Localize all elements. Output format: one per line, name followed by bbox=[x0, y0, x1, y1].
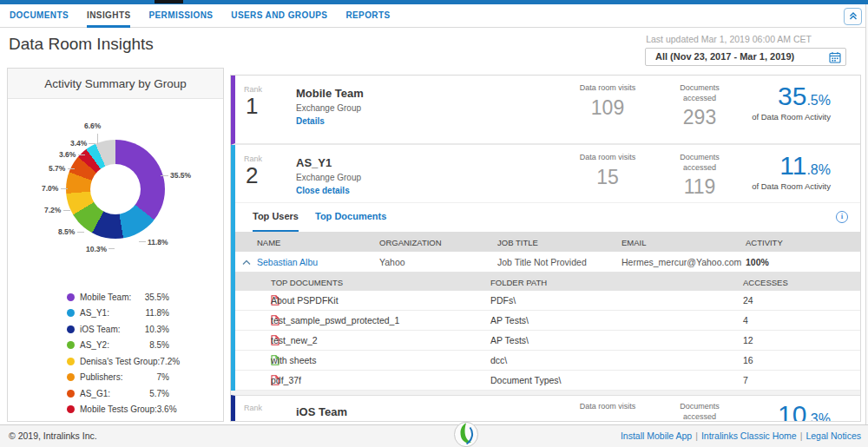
folder-path: PDFs\ bbox=[490, 295, 516, 306]
pie-leader-line bbox=[108, 248, 115, 249]
visits-label: Data room visits bbox=[572, 83, 643, 94]
collapse-panel-button[interactable] bbox=[844, 8, 862, 25]
pie-label: 7.0% bbox=[42, 184, 58, 193]
document-row[interactable]: test_new_2 AP Tests\ 12 bbox=[235, 331, 860, 351]
legend-item: Publishers:7% bbox=[67, 370, 169, 386]
user-row: Sebastian Albu Yahoo Job Title Not Provi… bbox=[235, 252, 860, 273]
documents-value: 119 bbox=[664, 175, 735, 199]
pie-leader-line bbox=[97, 134, 98, 144]
document-row[interactable]: pdf_37f Document Types\ 7 bbox=[235, 371, 860, 391]
legal-notices-link[interactable]: Legal Notices bbox=[806, 431, 861, 441]
pie-label: 10.3% bbox=[86, 245, 107, 253]
legend-item: Denisa's Test Group:7.2% bbox=[67, 353, 169, 370]
chevron-double-up-icon bbox=[848, 9, 858, 24]
rank-2-expanded-group: Rank 2 AS_Y1 Exchange Group Close detail… bbox=[231, 145, 860, 391]
user-name-link[interactable]: Sebastian Albu bbox=[257, 257, 318, 267]
main-nav: DOCUMENTS INSIGHTS PERMISSIONS USERS AND… bbox=[0, 4, 868, 28]
date-range-value: All (Nov 23, 2017 - Mar 1, 2019) bbox=[655, 51, 794, 62]
rank-block: Rank 1 bbox=[244, 85, 262, 119]
nav-tab-documents[interactable]: DOCUMENTS bbox=[10, 4, 69, 28]
pie-label: 11.8% bbox=[148, 238, 168, 247]
documents-table-header: TOP DOCUMENTS FOLDER PATH ACCESSES bbox=[235, 273, 860, 291]
documents-label: Documents accessed bbox=[664, 402, 735, 422]
pie-label: 5.7% bbox=[49, 164, 65, 173]
documents-value: 293 bbox=[664, 106, 735, 129]
pie-label: 3.4% bbox=[70, 139, 87, 148]
intralinks-classic-home-link[interactable]: Intralinks Classic Home bbox=[701, 431, 797, 441]
group-name: iOS Team bbox=[296, 405, 347, 418]
legend-dot bbox=[67, 405, 75, 413]
user-activity: 100% bbox=[746, 257, 769, 267]
activity-percent: 10.3% bbox=[778, 400, 831, 422]
document-row[interactable]: About PSPDFKit PDFs\ 24 bbox=[235, 291, 860, 311]
copyright-text: © 2019, Intralinks Inc. bbox=[9, 425, 97, 447]
activity-summary-title: Activity Summary by Group bbox=[8, 69, 223, 99]
documents-label: Documents accessed bbox=[664, 153, 735, 173]
last-updated-text: Last updated Mar 1, 2019 06:00 AM CET bbox=[646, 34, 812, 44]
intralinks-logo bbox=[453, 421, 479, 447]
visits-value: 15 bbox=[572, 166, 643, 189]
accesses-count: 4 bbox=[743, 315, 748, 325]
document-row[interactable]: test_sample_pswd_protected_1 AP Tests\ 4 bbox=[235, 311, 860, 331]
date-range-selector[interactable]: All (Nov 23, 2017 - Mar 1, 2019) bbox=[645, 48, 846, 66]
nav-tab-insights[interactable]: INSIGHTS bbox=[87, 4, 130, 28]
nav-tab-permissions[interactable]: PERMISSIONS bbox=[148, 4, 213, 28]
document-name[interactable]: About PSPDFKit bbox=[271, 295, 339, 306]
user-job-title: Job Title Not Provided bbox=[497, 257, 587, 267]
pie-leader-line bbox=[89, 143, 95, 144]
documents-label: Documents accessed bbox=[664, 83, 735, 103]
tab-top-users[interactable]: Top Users bbox=[253, 203, 299, 233]
info-icon[interactable]: i bbox=[836, 211, 848, 223]
folder-path: AP Tests\ bbox=[490, 335, 529, 345]
folder-path: Document Types\ bbox=[490, 375, 562, 385]
pie-leader-line bbox=[61, 188, 68, 189]
nav-tab-reports[interactable]: REPORTS bbox=[345, 4, 390, 28]
group-insights-panel: Rank 1 Mobile Team Exchange Group Detail… bbox=[230, 75, 861, 422]
pie-label: 6.6% bbox=[84, 122, 101, 130]
calendar-icon[interactable] bbox=[829, 51, 841, 69]
page-title: Data Room Insights bbox=[9, 35, 154, 54]
legend-dot bbox=[67, 325, 75, 333]
legend-item: AS_Y2:8.5% bbox=[67, 338, 169, 354]
legend-item: Mobile Team:35.5% bbox=[67, 289, 169, 306]
page-header: Data Room Insights Last updated Mar 1, 2… bbox=[0, 28, 868, 68]
details-tabs: Top Users Top Documents i bbox=[235, 203, 860, 232]
activity-summary-panel: Activity Summary by Group 6.6% 3.4% 3.6%… bbox=[7, 68, 224, 422]
activity-percent: 11.8% of Data Room Activity bbox=[752, 151, 831, 191]
visits-label: Data room visits bbox=[572, 402, 643, 412]
close-details-link[interactable]: Close details bbox=[296, 186, 361, 195]
rank-card-as-y1: Rank 2 AS_Y1 Exchange Group Close detail… bbox=[235, 145, 860, 203]
document-name[interactable]: with sheets bbox=[271, 355, 317, 365]
group-type: Exchange Group bbox=[296, 103, 364, 113]
pie-leader-line bbox=[68, 168, 75, 169]
legend-item: Mobile Tests Group:3.6% bbox=[67, 402, 169, 418]
legend-item: AS_G1:5.7% bbox=[67, 385, 169, 402]
document-row[interactable]: with sheets dcc\ 16 bbox=[235, 351, 860, 371]
legend-dot bbox=[67, 293, 75, 301]
legend-dot bbox=[67, 390, 75, 398]
nav-tabs: DOCUMENTS INSIGHTS PERMISSIONS USERS AND… bbox=[10, 4, 409, 28]
pie-leader-line bbox=[63, 210, 70, 211]
group-name: Mobile Team bbox=[296, 87, 364, 100]
legend-dot bbox=[67, 373, 75, 381]
pie-label: 3.6% bbox=[59, 150, 76, 159]
tab-top-documents[interactable]: Top Documents bbox=[315, 203, 386, 230]
document-name[interactable]: test_new_2 bbox=[271, 335, 318, 345]
rank-card-ios-team: Rank iOS Team Data room visits Documents… bbox=[231, 395, 860, 422]
rank-number: 2 bbox=[244, 163, 262, 188]
nav-tab-users-and-groups[interactable]: USERS AND GROUPS bbox=[231, 4, 327, 28]
document-name[interactable]: test_sample_pswd_protected_1 bbox=[271, 315, 399, 325]
user-email: Hermes_mercur@Yahoo.com bbox=[621, 257, 741, 267]
document-name[interactable]: pdf_37f bbox=[271, 375, 301, 385]
legend-item: iOS Team:10.3% bbox=[67, 321, 169, 338]
users-table-header: NAME ORGANIZATION JOB TITLE EMAIL ACTIVI… bbox=[235, 232, 860, 252]
rank-number: 1 bbox=[244, 94, 262, 119]
visits-value: 109 bbox=[572, 96, 643, 120]
pie-label: 35.5% bbox=[170, 171, 191, 180]
group-name: AS_Y1 bbox=[296, 156, 361, 169]
footer-links: Install Mobile App|Intralinks Classic Ho… bbox=[621, 425, 861, 447]
collapse-row-icon[interactable] bbox=[242, 257, 251, 267]
rank-card-mobile-team: Rank 1 Mobile Team Exchange Group Detail… bbox=[231, 76, 860, 145]
install-mobile-app-link[interactable]: Install Mobile App bbox=[621, 431, 692, 441]
details-link[interactable]: Details bbox=[296, 116, 364, 126]
